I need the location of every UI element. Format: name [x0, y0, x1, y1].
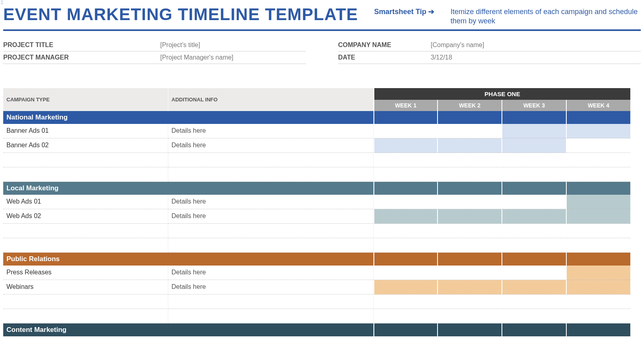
additional-info[interactable]: Details here [168, 124, 374, 138]
section-header-fill [567, 323, 631, 336]
empty-campaign[interactable] [3, 238, 168, 253]
meta-value[interactable]: 3/12/18 [431, 54, 452, 61]
week-cell[interactable] [567, 153, 631, 167]
section-header-fill [438, 323, 502, 336]
week-cell[interactable] [374, 167, 438, 182]
empty-campaign[interactable] [3, 167, 168, 182]
meta-value[interactable]: [Project Manager's name] [160, 54, 233, 61]
empty-campaign[interactable] [3, 153, 168, 167]
additional-info[interactable]: Details here [168, 266, 374, 280]
page-title: EVENT MARKETING TIMELINE TEMPLATE [3, 5, 358, 24]
week-cell[interactable] [567, 195, 631, 209]
week-cell[interactable] [502, 238, 567, 253]
week-cell[interactable] [374, 309, 438, 323]
empty-info[interactable] [168, 238, 374, 253]
week-cell[interactable] [438, 224, 502, 238]
header-week: WEEK 1 [374, 100, 438, 111]
campaign-name[interactable]: Web Ads 02 [3, 209, 168, 224]
week-cell[interactable] [374, 266, 438, 280]
week-cell[interactable] [374, 153, 438, 167]
meta-value[interactable]: [Company's name] [431, 41, 484, 49]
week-cell[interactable] [502, 309, 567, 323]
empty-info[interactable] [168, 224, 374, 238]
section-header-fill [567, 253, 631, 266]
week-cell[interactable] [567, 295, 631, 309]
week-cell[interactable] [438, 195, 502, 209]
week-cell[interactable] [438, 167, 502, 182]
week-cell[interactable] [567, 224, 631, 238]
week-cell[interactable] [438, 124, 502, 138]
week-cell[interactable] [374, 280, 438, 295]
meta-label: PROJECT TITLE [3, 41, 160, 49]
week-cell[interactable] [567, 167, 631, 182]
week-cell[interactable] [502, 266, 567, 280]
meta-row: PROJECT TITLE[Project's title] [3, 39, 306, 51]
campaign-name[interactable]: Web Ads 01 [3, 195, 168, 209]
week-cell[interactable] [567, 124, 631, 138]
week-cell[interactable] [502, 224, 567, 238]
section-header: National Marketing [3, 111, 374, 124]
week-cell[interactable] [567, 138, 631, 153]
week-cell[interactable] [567, 309, 631, 323]
week-cell[interactable] [374, 195, 438, 209]
week-cell[interactable] [374, 209, 438, 224]
week-cell[interactable] [567, 266, 631, 280]
week-cell[interactable] [438, 209, 502, 224]
week-cell[interactable] [438, 238, 502, 253]
empty-campaign[interactable] [3, 309, 168, 323]
week-cell[interactable] [567, 238, 631, 253]
campaign-name[interactable]: Banner Ads 01 [3, 124, 168, 138]
header-campaign-type: CAMPAIGN TYPE [3, 88, 168, 111]
empty-campaign[interactable] [3, 295, 168, 309]
tip-body: Itemize different elements of each campa… [450, 7, 641, 26]
week-cell[interactable] [438, 295, 502, 309]
header-phase: PHASE ONE [374, 88, 631, 100]
additional-info[interactable]: Details here [168, 138, 374, 153]
section-header-fill [374, 182, 438, 195]
campaign-name[interactable]: Banner Ads 02 [3, 138, 168, 153]
week-cell[interactable] [502, 195, 567, 209]
campaign-name[interactable]: Press Releases [3, 266, 168, 280]
week-cell[interactable] [374, 224, 438, 238]
week-cell[interactable] [374, 124, 438, 138]
campaign-name[interactable]: Webinars [3, 280, 168, 295]
section-header-fill [438, 111, 502, 124]
empty-campaign[interactable] [3, 224, 168, 238]
week-cell[interactable] [438, 153, 502, 167]
week-cell[interactable] [374, 138, 438, 153]
week-cell[interactable] [567, 209, 631, 224]
section-header-fill [502, 323, 567, 336]
meta-label: COMPANY NAME [338, 41, 431, 49]
meta-row: PROJECT MANAGER[Project Manager's name] [3, 51, 306, 64]
meta-value[interactable]: [Project's title] [160, 41, 200, 49]
week-cell[interactable] [567, 280, 631, 295]
week-cell[interactable] [438, 138, 502, 153]
week-cell[interactable] [502, 280, 567, 295]
meta-label: PROJECT MANAGER [3, 54, 160, 61]
meta-row: COMPANY NAME[Company's name] [338, 39, 641, 51]
week-cell[interactable] [502, 153, 567, 167]
week-cell[interactable] [374, 295, 438, 309]
week-cell[interactable] [438, 266, 502, 280]
week-cell[interactable] [438, 309, 502, 323]
week-cell[interactable] [502, 295, 567, 309]
header: EVENT MARKETING TIMELINE TEMPLATE Smarts… [3, 2, 641, 31]
week-cell[interactable] [502, 209, 567, 224]
additional-info[interactable]: Details here [168, 195, 374, 209]
timeline-grid: CAMPAIGN TYPEADDITIONAL INFOPHASE ONEWEE… [3, 88, 641, 336]
header-week: WEEK 4 [567, 100, 631, 111]
empty-info[interactable] [168, 167, 374, 182]
week-cell[interactable] [438, 280, 502, 295]
additional-info[interactable]: Details here [168, 280, 374, 295]
empty-info[interactable] [168, 295, 374, 309]
week-cell[interactable] [502, 138, 567, 153]
empty-info[interactable] [168, 153, 374, 167]
week-cell[interactable] [374, 238, 438, 253]
week-cell[interactable] [502, 124, 567, 138]
week-cell[interactable] [502, 167, 567, 182]
additional-info[interactable]: Details here [168, 209, 374, 224]
empty-info[interactable] [168, 309, 374, 323]
section-header-fill [374, 111, 438, 124]
header-week: WEEK 2 [438, 100, 502, 111]
section-header-fill [502, 253, 567, 266]
